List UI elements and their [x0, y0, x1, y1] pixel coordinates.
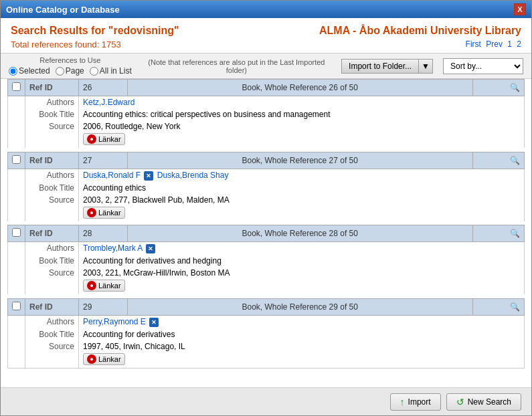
refs-to-use-group: References to Use Selected Page All in L…: [9, 56, 132, 76]
refid-label-28: Ref ID: [25, 225, 79, 242]
lankar-label-29: Länkar: [98, 355, 121, 363]
ref-authors-29: Authors Perry,Raymond E ✕: [8, 315, 525, 328]
empty-27-c: [8, 194, 25, 221]
bottom-bar: ↑ Import ↺ New Search: [1, 387, 531, 415]
source-label-27: Source: [25, 194, 79, 221]
new-search-button[interactable]: ↺ New Search: [446, 393, 521, 411]
sort-select[interactable]: Sort by...: [443, 58, 523, 74]
page-2-link[interactable]: 2: [517, 39, 521, 49]
close-button[interactable]: X: [514, 3, 526, 15]
page-1-link[interactable]: 1: [507, 39, 512, 49]
checkbox-cell-27: [8, 152, 25, 169]
author-icon-29-1: ✕: [149, 318, 159, 327]
source-value-28: 2003, 221, McGraw-Hill/Irwin, Boston MA …: [79, 267, 525, 294]
source-value-29: 1997, 405, Irwin, Chicago, IL ● Länkar: [79, 340, 525, 369]
lankar-btn-26[interactable]: ● Länkar: [83, 133, 125, 145]
all-label: All in List: [100, 66, 132, 76]
magnify-29[interactable]: 🔍: [472, 298, 524, 315]
selected-radio-label[interactable]: Selected: [9, 66, 50, 76]
empty-28-b: [8, 255, 25, 267]
magnify-27[interactable]: 🔍: [472, 152, 524, 169]
ref-header-27: Ref ID 27 Book, Whole Reference 27 of 50…: [8, 152, 525, 169]
lankar-icon-28: ●: [87, 281, 96, 290]
magnify-28[interactable]: 🔍: [472, 225, 524, 242]
all-radio[interactable]: [90, 67, 98, 76]
page-radio[interactable]: [56, 67, 64, 76]
author-link-27-1[interactable]: Duska,Ronald F: [83, 171, 141, 180]
empty-26-c: [8, 120, 25, 148]
empty-29-b: [8, 328, 25, 340]
lankar-btn-28[interactable]: ● Länkar: [83, 280, 125, 292]
refid-value-26: 26: [79, 80, 128, 96]
ref-source-27: Source 2003, 2, 277, Blackwell Pub, Mald…: [8, 194, 525, 221]
checkbox-28[interactable]: [12, 228, 21, 237]
empty-27-a: [8, 169, 25, 182]
dropdown-arrow-icon: ▼: [422, 62, 430, 71]
first-page-link[interactable]: First: [466, 39, 481, 49]
references-table: Ref ID 26 Book, Whole Reference 26 of 50…: [7, 79, 525, 369]
magnify-26[interactable]: 🔍: [472, 80, 524, 96]
new-search-icon: ↺: [456, 397, 464, 407]
authors-label-28: Authors: [25, 242, 79, 255]
ref-title-28: Book Title Accounting for derivatives an…: [8, 255, 525, 267]
prev-page-link[interactable]: Prev: [486, 39, 503, 49]
authors-value-28: Trombley,Mark A ✕: [79, 242, 525, 255]
ref-header-26: Ref ID 26 Book, Whole Reference 26 of 50…: [8, 80, 525, 96]
refid-value-27: 27: [79, 152, 128, 169]
lankar-btn-27[interactable]: ● Länkar: [83, 207, 125, 219]
lankar-label-28: Länkar: [98, 282, 121, 290]
checkbox-cell-29: [8, 298, 25, 315]
lankar-icon-26: ●: [87, 134, 96, 144]
note-text: (Note that references are also put in th…: [142, 58, 331, 74]
page-radio-label[interactable]: Page: [56, 66, 84, 76]
import-folder-button[interactable]: Import to Folder...: [341, 59, 418, 74]
selected-label: Selected: [19, 66, 50, 76]
refdesc-28: Book, Whole Reference 28 of 50: [127, 225, 472, 242]
source-value-27: 2003, 2, 277, Blackwell Pub, Malden, MA …: [79, 194, 525, 221]
author-link-27-2[interactable]: Duska,Brenda Shay: [157, 171, 229, 180]
empty-29-a: [8, 315, 25, 328]
authors-label-29: Authors: [25, 315, 79, 328]
checkbox-27[interactable]: [12, 155, 21, 164]
author-link-29-1[interactable]: Perry,Raymond E: [83, 317, 146, 326]
authors-value-29: Perry,Raymond E ✕: [79, 315, 525, 328]
lankar-label-26: Länkar: [98, 135, 121, 143]
refdesc-26: Book, Whole Reference 26 of 50: [127, 80, 472, 96]
author-link-26-1[interactable]: Ketz,J.Edward: [83, 98, 135, 107]
source-value-26: 2006, Routledge, New York ● Länkar: [79, 120, 525, 148]
lankar-btn-29[interactable]: ● Länkar: [83, 353, 125, 365]
ref-header-28: Ref ID 28 Book, Whole Reference 28 of 50…: [8, 225, 525, 242]
ref-authors-27: Authors Duska,Ronald F ✕ Duska,Brenda Sh…: [8, 169, 525, 182]
import-dropdown-button[interactable]: ▼: [418, 59, 433, 74]
booktitle-value-29: Accounting for derivatives: [79, 328, 525, 340]
authors-value-27: Duska,Ronald F ✕ Duska,Brenda Shay: [79, 169, 525, 182]
booktitle-value-27: Accounting ethics: [79, 182, 525, 194]
booktitle-label-26: Book Title: [25, 108, 79, 120]
sort-group: Sort by...: [443, 58, 523, 74]
all-radio-label[interactable]: All in List: [90, 66, 132, 76]
author-icon-27-1: ✕: [144, 171, 153, 181]
refid-label-26: Ref ID: [25, 80, 79, 96]
ref-title-26: Book Title Accounting ethics: critical p…: [8, 108, 525, 120]
import-button[interactable]: ↑ Import: [390, 393, 441, 411]
booktitle-label-28: Book Title: [25, 255, 79, 267]
search-title: Search Results for "redovisning": [11, 25, 179, 37]
main-window: Online Catalog or Database X Search Resu…: [0, 0, 532, 416]
checkbox-29[interactable]: [12, 302, 21, 310]
ref-title-27: Book Title Accounting ethics: [8, 182, 525, 194]
empty-26-b: [8, 108, 25, 120]
pagination: First Prev 1 2: [463, 39, 521, 49]
author-link-28-1[interactable]: Trombley,Mark A: [83, 243, 143, 253]
ref-authors-28: Authors Trombley,Mark A ✕: [8, 242, 525, 255]
refdesc-27: Book, Whole Reference 27 of 50: [127, 152, 472, 169]
selected-radio[interactable]: [9, 67, 17, 76]
header-section: Search Results for "redovisning" ALMA - …: [1, 18, 531, 53]
booktitle-value-26: Accounting ethics: critical perspectives…: [79, 108, 525, 120]
import-arrow-icon: ↑: [400, 397, 405, 407]
library-title: ALMA - Åbo Akademi University Library: [319, 25, 521, 37]
lankar-icon-27: ●: [87, 208, 96, 217]
booktitle-label-27: Book Title: [25, 182, 79, 194]
radio-group: Selected Page All in List: [9, 66, 132, 76]
checkbox-cell-28: [8, 225, 25, 242]
checkbox-26[interactable]: [12, 82, 21, 91]
